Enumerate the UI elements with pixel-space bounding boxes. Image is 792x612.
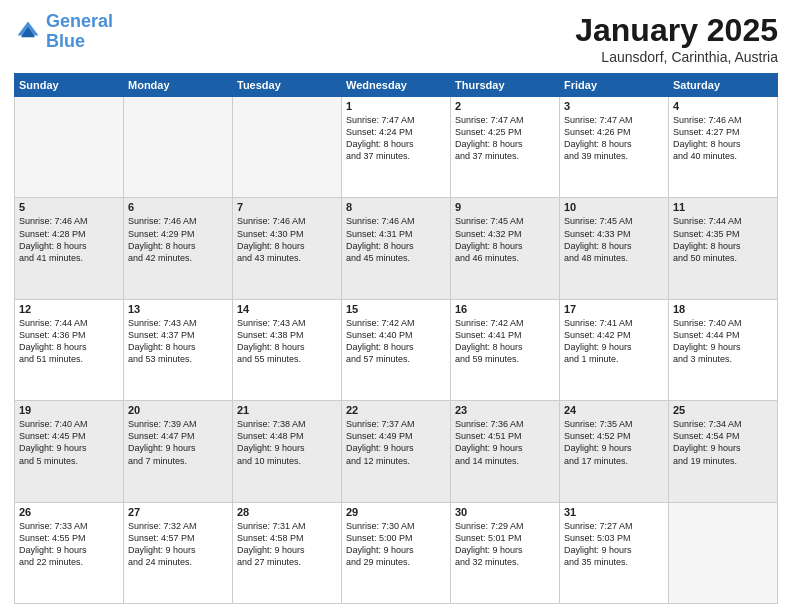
day-number: 16 [455, 303, 555, 315]
day-number: 31 [564, 506, 664, 518]
calendar-week-row: 26Sunrise: 7:33 AM Sunset: 4:55 PM Dayli… [15, 502, 778, 603]
day-number: 19 [19, 404, 119, 416]
day-info: Sunrise: 7:42 AM Sunset: 4:40 PM Dayligh… [346, 317, 446, 366]
logo-text: General Blue [46, 12, 113, 52]
table-row [124, 97, 233, 198]
day-number: 10 [564, 201, 664, 213]
header: General Blue January 2025 Launsdorf, Car… [14, 12, 778, 65]
day-number: 28 [237, 506, 337, 518]
header-monday: Monday [124, 74, 233, 97]
table-row [669, 502, 778, 603]
logo-general: General [46, 11, 113, 31]
day-number: 8 [346, 201, 446, 213]
day-number: 13 [128, 303, 228, 315]
day-info: Sunrise: 7:43 AM Sunset: 4:37 PM Dayligh… [128, 317, 228, 366]
table-row: 2Sunrise: 7:47 AM Sunset: 4:25 PM Daylig… [451, 97, 560, 198]
day-info: Sunrise: 7:29 AM Sunset: 5:01 PM Dayligh… [455, 520, 555, 569]
calendar-week-row: 5Sunrise: 7:46 AM Sunset: 4:28 PM Daylig… [15, 198, 778, 299]
day-info: Sunrise: 7:33 AM Sunset: 4:55 PM Dayligh… [19, 520, 119, 569]
day-number: 27 [128, 506, 228, 518]
table-row: 15Sunrise: 7:42 AM Sunset: 4:40 PM Dayli… [342, 299, 451, 400]
day-info: Sunrise: 7:46 AM Sunset: 4:27 PM Dayligh… [673, 114, 773, 163]
logo-blue: Blue [46, 31, 85, 51]
table-row [233, 97, 342, 198]
day-info: Sunrise: 7:47 AM Sunset: 4:25 PM Dayligh… [455, 114, 555, 163]
table-row: 22Sunrise: 7:37 AM Sunset: 4:49 PM Dayli… [342, 401, 451, 502]
table-row: 25Sunrise: 7:34 AM Sunset: 4:54 PM Dayli… [669, 401, 778, 502]
day-info: Sunrise: 7:46 AM Sunset: 4:30 PM Dayligh… [237, 215, 337, 264]
day-number: 3 [564, 100, 664, 112]
day-info: Sunrise: 7:42 AM Sunset: 4:41 PM Dayligh… [455, 317, 555, 366]
day-info: Sunrise: 7:43 AM Sunset: 4:38 PM Dayligh… [237, 317, 337, 366]
calendar-week-row: 1Sunrise: 7:47 AM Sunset: 4:24 PM Daylig… [15, 97, 778, 198]
header-wednesday: Wednesday [342, 74, 451, 97]
calendar-container: General Blue January 2025 Launsdorf, Car… [0, 0, 792, 612]
day-info: Sunrise: 7:44 AM Sunset: 4:36 PM Dayligh… [19, 317, 119, 366]
day-info: Sunrise: 7:30 AM Sunset: 5:00 PM Dayligh… [346, 520, 446, 569]
day-number: 11 [673, 201, 773, 213]
calendar-table: Sunday Monday Tuesday Wednesday Thursday… [14, 73, 778, 604]
day-number: 29 [346, 506, 446, 518]
day-info: Sunrise: 7:36 AM Sunset: 4:51 PM Dayligh… [455, 418, 555, 467]
table-row: 21Sunrise: 7:38 AM Sunset: 4:48 PM Dayli… [233, 401, 342, 502]
table-row: 14Sunrise: 7:43 AM Sunset: 4:38 PM Dayli… [233, 299, 342, 400]
table-row: 19Sunrise: 7:40 AM Sunset: 4:45 PM Dayli… [15, 401, 124, 502]
day-info: Sunrise: 7:34 AM Sunset: 4:54 PM Dayligh… [673, 418, 773, 467]
weekday-header-row: Sunday Monday Tuesday Wednesday Thursday… [15, 74, 778, 97]
table-row: 9Sunrise: 7:45 AM Sunset: 4:32 PM Daylig… [451, 198, 560, 299]
table-row: 10Sunrise: 7:45 AM Sunset: 4:33 PM Dayli… [560, 198, 669, 299]
day-number: 23 [455, 404, 555, 416]
title-block: January 2025 Launsdorf, Carinthia, Austr… [575, 12, 778, 65]
logo-icon [14, 18, 42, 46]
day-number: 18 [673, 303, 773, 315]
day-number: 26 [19, 506, 119, 518]
day-number: 1 [346, 100, 446, 112]
table-row: 24Sunrise: 7:35 AM Sunset: 4:52 PM Dayli… [560, 401, 669, 502]
table-row: 5Sunrise: 7:46 AM Sunset: 4:28 PM Daylig… [15, 198, 124, 299]
table-row: 7Sunrise: 7:46 AM Sunset: 4:30 PM Daylig… [233, 198, 342, 299]
day-number: 14 [237, 303, 337, 315]
table-row: 13Sunrise: 7:43 AM Sunset: 4:37 PM Dayli… [124, 299, 233, 400]
day-number: 15 [346, 303, 446, 315]
day-number: 30 [455, 506, 555, 518]
table-row: 28Sunrise: 7:31 AM Sunset: 4:58 PM Dayli… [233, 502, 342, 603]
table-row: 16Sunrise: 7:42 AM Sunset: 4:41 PM Dayli… [451, 299, 560, 400]
day-info: Sunrise: 7:35 AM Sunset: 4:52 PM Dayligh… [564, 418, 664, 467]
day-info: Sunrise: 7:31 AM Sunset: 4:58 PM Dayligh… [237, 520, 337, 569]
header-tuesday: Tuesday [233, 74, 342, 97]
day-number: 21 [237, 404, 337, 416]
day-info: Sunrise: 7:47 AM Sunset: 4:26 PM Dayligh… [564, 114, 664, 163]
day-number: 17 [564, 303, 664, 315]
day-number: 12 [19, 303, 119, 315]
table-row: 26Sunrise: 7:33 AM Sunset: 4:55 PM Dayli… [15, 502, 124, 603]
table-row: 17Sunrise: 7:41 AM Sunset: 4:42 PM Dayli… [560, 299, 669, 400]
day-info: Sunrise: 7:40 AM Sunset: 4:45 PM Dayligh… [19, 418, 119, 467]
header-friday: Friday [560, 74, 669, 97]
table-row [15, 97, 124, 198]
table-row: 8Sunrise: 7:46 AM Sunset: 4:31 PM Daylig… [342, 198, 451, 299]
logo: General Blue [14, 12, 113, 52]
day-info: Sunrise: 7:47 AM Sunset: 4:24 PM Dayligh… [346, 114, 446, 163]
day-info: Sunrise: 7:37 AM Sunset: 4:49 PM Dayligh… [346, 418, 446, 467]
table-row: 1Sunrise: 7:47 AM Sunset: 4:24 PM Daylig… [342, 97, 451, 198]
table-row: 23Sunrise: 7:36 AM Sunset: 4:51 PM Dayli… [451, 401, 560, 502]
day-info: Sunrise: 7:44 AM Sunset: 4:35 PM Dayligh… [673, 215, 773, 264]
location-title: Launsdorf, Carinthia, Austria [575, 49, 778, 65]
day-number: 4 [673, 100, 773, 112]
day-info: Sunrise: 7:46 AM Sunset: 4:31 PM Dayligh… [346, 215, 446, 264]
month-title: January 2025 [575, 12, 778, 49]
calendar-week-row: 19Sunrise: 7:40 AM Sunset: 4:45 PM Dayli… [15, 401, 778, 502]
day-info: Sunrise: 7:38 AM Sunset: 4:48 PM Dayligh… [237, 418, 337, 467]
day-number: 20 [128, 404, 228, 416]
table-row: 29Sunrise: 7:30 AM Sunset: 5:00 PM Dayli… [342, 502, 451, 603]
table-row: 11Sunrise: 7:44 AM Sunset: 4:35 PM Dayli… [669, 198, 778, 299]
table-row: 20Sunrise: 7:39 AM Sunset: 4:47 PM Dayli… [124, 401, 233, 502]
table-row: 18Sunrise: 7:40 AM Sunset: 4:44 PM Dayli… [669, 299, 778, 400]
day-number: 2 [455, 100, 555, 112]
day-info: Sunrise: 7:40 AM Sunset: 4:44 PM Dayligh… [673, 317, 773, 366]
day-info: Sunrise: 7:45 AM Sunset: 4:33 PM Dayligh… [564, 215, 664, 264]
day-info: Sunrise: 7:39 AM Sunset: 4:47 PM Dayligh… [128, 418, 228, 467]
table-row: 4Sunrise: 7:46 AM Sunset: 4:27 PM Daylig… [669, 97, 778, 198]
day-info: Sunrise: 7:45 AM Sunset: 4:32 PM Dayligh… [455, 215, 555, 264]
day-number: 7 [237, 201, 337, 213]
